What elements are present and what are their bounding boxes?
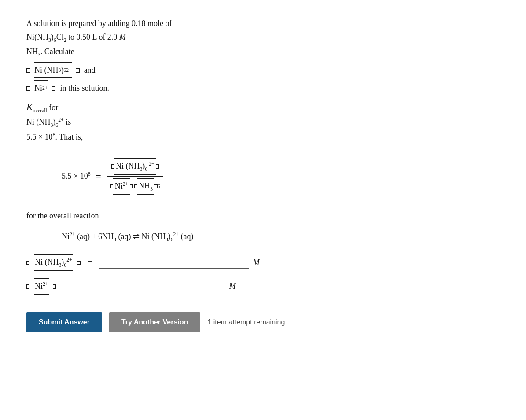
problem-line3: NH3. Calculate: [26, 46, 500, 59]
problem-container: A solution is prepared by adding 0.18 mo…: [26, 18, 500, 143]
for-text: for: [49, 103, 58, 112]
den-power6: 6: [158, 183, 160, 191]
den-nh3: NH3: [137, 178, 154, 195]
and-text: and: [84, 64, 96, 76]
equation-lhs: 5.5 × 108: [62, 170, 91, 182]
k-overall-line: Koverall for: [26, 100, 500, 114]
problem-bracket2-line: Ni2+ in this solution.: [26, 80, 500, 96]
in-solution-text: in this solution.: [60, 82, 109, 94]
k-subscript: overall: [33, 108, 47, 114]
input1-bracket-close: [77, 261, 81, 265]
fraction-numerator: Ni (NH3)6 2+: [107, 157, 163, 177]
problem-line2: Ni(NH3)6Cl2 to 0.50 L of 2.0 M: [26, 31, 500, 44]
den-bracket1-close: [130, 184, 133, 188]
num-bracket-close: [156, 164, 159, 169]
complex-formula-line: Ni (NH3)62+ is: [26, 116, 500, 129]
input2-formula: Ni2+: [34, 278, 49, 295]
num-formula: Ni (NH3)6 2+: [114, 158, 156, 175]
k-value-line: 5.5 × 108. That is,: [26, 131, 500, 143]
fraction-denominator: Ni2+ NH3 6: [107, 177, 164, 196]
input1-bracket-open: [26, 261, 29, 265]
den-bracket2-close: [154, 184, 158, 188]
bracket-open-2: [26, 86, 30, 91]
input1-formula: Ni (NH3)62+: [34, 254, 73, 271]
attempt-remaining-text: 1 item attempt remaining: [207, 317, 285, 328]
reaction-equation: Ni2+ (aq) + 6NH3 (aq) ⇌ Ni (NH3)62+ (aq): [62, 231, 500, 243]
input2-line: Ni2+ = M: [26, 278, 500, 295]
bracket-open-1: [26, 68, 30, 73]
problem-bracket1-line: Ni (NH3)62+ and: [26, 62, 500, 78]
fraction-equation-line: 5.5 × 108 = Ni (NH3)6 2+ Ni2+ NH3 6: [62, 157, 164, 196]
input1-field[interactable]: [99, 257, 249, 269]
equals-sign: =: [96, 169, 101, 184]
submit-button[interactable]: Submit Answer: [26, 312, 102, 332]
k-symbol: K: [26, 102, 33, 112]
input1-line: Ni (NH3)62+ = M: [26, 254, 500, 271]
fraction-equation-block: 5.5 × 108 = Ni (NH3)6 2+ Ni2+ NH3 6: [62, 154, 164, 199]
input2-bracket-close: [53, 284, 56, 289]
input2-field[interactable]: [75, 281, 225, 292]
for-overall-text: for the overall reaction: [26, 210, 500, 222]
buttons-row: Submit Answer Try Another Version 1 item…: [26, 312, 500, 332]
num-bracket-open: [111, 164, 114, 169]
input2-bracket-open: [26, 284, 29, 289]
problem-line1: A solution is prepared by adding 0.18 mo…: [26, 18, 500, 29]
input2-unit: M: [229, 280, 236, 292]
input2-equals: =: [63, 280, 68, 292]
den-bracket1-open: [110, 184, 113, 188]
den-bracket2-open: [134, 184, 137, 188]
input1-unit: M: [253, 257, 260, 269]
fraction-block: Ni (NH3)6 2+ Ni2+ NH3 6: [107, 157, 164, 196]
complex-formula-1: Ni (NH3)62+: [34, 62, 72, 78]
ni2plus-formula: Ni2+: [34, 80, 48, 96]
try-another-button[interactable]: Try Another Version: [109, 312, 200, 332]
input1-equals: =: [88, 257, 92, 269]
bracket-close-1: [76, 68, 80, 73]
bracket-close-2: [52, 86, 55, 91]
den-ni2plus: Ni2+: [113, 178, 130, 195]
